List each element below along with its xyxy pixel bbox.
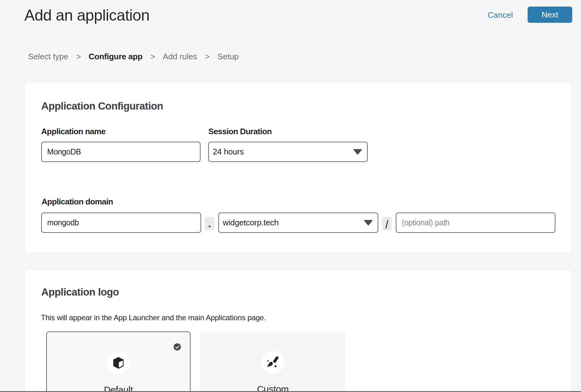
- breadcrumb-step-setup[interactable]: Setup: [217, 52, 239, 61]
- breadcrumb-step-configure-app[interactable]: Configure app: [89, 52, 142, 61]
- path-input[interactable]: [396, 213, 555, 233]
- breadcrumb-separator: >: [150, 52, 155, 61]
- domain-select[interactable]: widgetcorp.tech: [218, 213, 378, 233]
- logo-option-default[interactable]: Default: [46, 331, 191, 392]
- custom-logo-circle: [261, 351, 284, 374]
- domain-slash-separator: /: [382, 217, 392, 230]
- domain-value: widgetcorp.tech: [223, 218, 279, 228]
- application-name-label: Application name: [41, 127, 106, 135]
- session-duration-label: Session Duration: [208, 127, 272, 135]
- selected-check-badge: [174, 343, 181, 350]
- cube-icon: [113, 357, 124, 369]
- domain-dot-separator: .: [205, 217, 215, 230]
- check-icon: [175, 345, 180, 349]
- cancel-button[interactable]: Cancel: [488, 11, 513, 19]
- session-duration-select[interactable]: 24 hours: [208, 142, 368, 162]
- application-configuration-heading: Application Configuration: [41, 100, 163, 112]
- logo-option-custom[interactable]: Custom: [200, 331, 345, 392]
- application-domain-label: Application domain: [42, 198, 113, 206]
- breadcrumb-step-add-rules[interactable]: Add rules: [163, 52, 197, 61]
- chevron-down-icon: [353, 149, 362, 155]
- page-title: Add an application: [24, 7, 150, 23]
- breadcrumb-separator: >: [76, 52, 81, 61]
- subdomain-input[interactable]: [41, 213, 201, 233]
- session-duration-value: 24 hours: [213, 147, 244, 157]
- application-configuration-card: Application Configuration Application na…: [25, 82, 572, 253]
- paintbrush-icon: [267, 356, 279, 369]
- breadcrumb-separator: >: [205, 52, 210, 61]
- chevron-down-icon: [364, 220, 373, 226]
- application-name-input[interactable]: [41, 142, 201, 162]
- breadcrumb-step-select-type[interactable]: Select type: [28, 52, 68, 61]
- application-logo-heading: Application logo: [41, 286, 119, 298]
- application-logo-description: This will appear in the App Launcher and…: [41, 314, 266, 321]
- next-button[interactable]: Next: [528, 7, 572, 23]
- breadcrumb: Select type > Configure app > Add rules …: [28, 52, 239, 61]
- application-logo-card: Application logo This will appear in the…: [25, 269, 572, 392]
- default-logo-circle: [107, 351, 130, 374]
